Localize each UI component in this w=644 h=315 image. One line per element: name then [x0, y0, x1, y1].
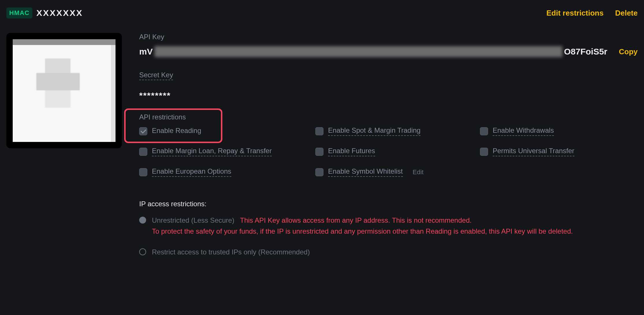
api-restrictions-title: API restrictions — [139, 113, 638, 121]
label-unrestricted: Unrestricted (Less Secure) — [152, 216, 234, 224]
restriction-enable-symbol-whitelist: Enable Symbol Whitelist Edit — [315, 167, 477, 177]
api-key-name: XXXXXXX — [36, 8, 83, 18]
ip-access-title: IP access restrictions: — [139, 200, 638, 208]
api-restrictions-section: API restrictions Enable Reading Enable S… — [139, 113, 638, 177]
edit-symbol-whitelist-button[interactable]: Edit — [413, 168, 424, 176]
checkbox-enable-margin-loan[interactable] — [139, 148, 147, 156]
title-group: HMAC XXXXXXX — [6, 7, 83, 18]
checkbox-enable-futures[interactable] — [315, 148, 323, 156]
checkbox-enable-spot-margin[interactable] — [315, 127, 323, 135]
checkbox-enable-symbol-whitelist[interactable] — [315, 168, 323, 176]
label-enable-symbol-whitelist: Enable Symbol Whitelist — [328, 167, 403, 177]
checkbox-permits-universal-transfer[interactable] — [480, 148, 488, 156]
api-key-prefix: mV — [139, 47, 153, 57]
header: HMAC XXXXXXX Edit restrictions Delete — [6, 5, 638, 33]
api-key-redacted — [155, 46, 562, 57]
warning-unrestricted-inline: This API Key allows access from any IP a… — [240, 216, 472, 224]
checkbox-enable-european-options[interactable] — [139, 168, 147, 176]
restriction-enable-european-options: Enable European Options — [139, 167, 312, 177]
warning-unrestricted-block: To protect the safety of your funds, if … — [152, 227, 573, 235]
api-key-suffix: O87FoiS5r — [564, 47, 607, 57]
label-enable-spot-margin: Enable Spot & Margin Trading — [328, 126, 420, 136]
qr-code-panel — [6, 33, 122, 148]
copy-api-key-button[interactable]: Copy — [619, 47, 638, 56]
restriction-permits-universal-transfer: Permits Universal Transfer — [480, 147, 638, 156]
restriction-enable-futures: Enable Futures — [315, 147, 477, 156]
restriction-enable-reading: Enable Reading — [139, 126, 312, 136]
radio-unrestricted[interactable] — [139, 217, 146, 224]
secret-key-value: ******** — [139, 91, 638, 100]
label-permits-universal-transfer: Permits Universal Transfer — [493, 147, 574, 156]
label-trusted-ips: Restrict access to trusted IPs only (Rec… — [152, 248, 310, 256]
ip-access-section: IP access restrictions: Unrestricted (Le… — [139, 200, 638, 258]
label-enable-european-options: Enable European Options — [152, 167, 231, 177]
restriction-enable-withdrawals: Enable Withdrawals — [480, 126, 638, 136]
label-enable-margin-loan: Enable Margin Loan, Repay & Transfer — [152, 147, 272, 156]
delete-button[interactable]: Delete — [615, 9, 638, 18]
header-actions: Edit restrictions Delete — [546, 9, 638, 18]
ip-option-trusted: Restrict access to trusted IPs only (Rec… — [139, 247, 638, 258]
edit-restrictions-button[interactable]: Edit restrictions — [546, 9, 604, 18]
api-key-value: mV O87FoiS5r — [139, 46, 607, 57]
checkbox-enable-reading[interactable] — [139, 127, 147, 135]
restriction-enable-spot-margin: Enable Spot & Margin Trading — [315, 126, 477, 136]
label-enable-reading: Enable Reading — [152, 127, 201, 136]
checkbox-enable-withdrawals[interactable] — [480, 127, 488, 135]
radio-trusted-ips[interactable] — [139, 248, 146, 255]
ip-option-unrestricted: Unrestricted (Less Secure) This API Key … — [139, 215, 638, 237]
api-key-label: API Key — [139, 33, 638, 41]
hmac-badge: HMAC — [6, 7, 32, 18]
qr-code-image — [13, 39, 116, 142]
restriction-enable-margin-loan: Enable Margin Loan, Repay & Transfer — [139, 147, 312, 156]
label-enable-futures: Enable Futures — [328, 147, 375, 156]
label-enable-withdrawals: Enable Withdrawals — [493, 126, 554, 136]
secret-key-label: Secret Key — [139, 71, 173, 80]
